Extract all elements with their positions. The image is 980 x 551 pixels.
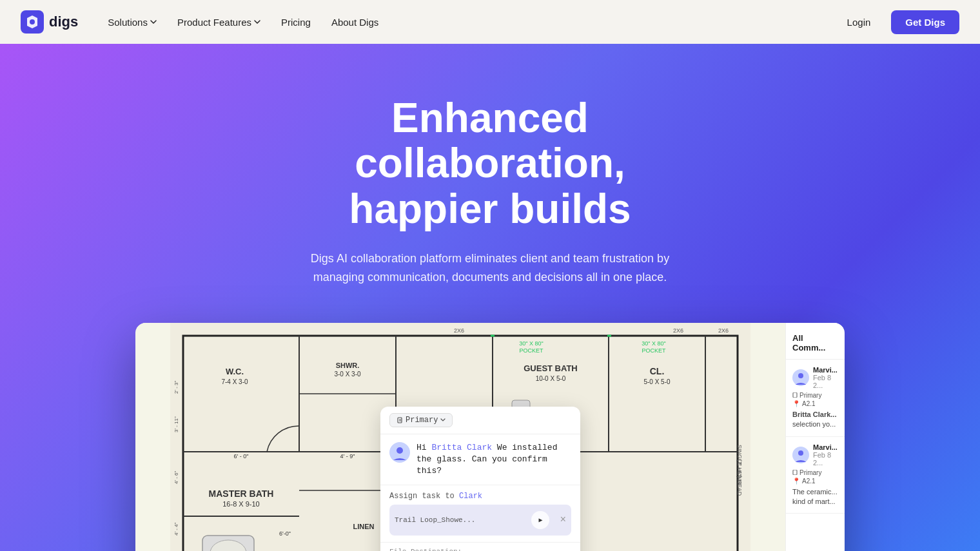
- comments-panel: All Comm... Marvi... Feb 8 2...: [785, 323, 845, 551]
- svg-text:30" X 80": 30" X 80": [642, 340, 665, 347]
- avatar-marvin: [389, 442, 410, 463]
- svg-text:POCKET: POCKET: [642, 347, 666, 354]
- comment-item: Marvi... Feb 8 2... Primary 📍 A2.1: [786, 360, 845, 437]
- logo-text: digs: [49, 14, 78, 30]
- comment-avatar-row: Marvi... Feb 8 2...: [792, 366, 838, 389]
- comment-text: Britta Clark... selection yo...: [792, 410, 838, 430]
- chat-overlay: Primary Hi: [380, 407, 580, 551]
- avatar: [792, 369, 809, 386]
- document-icon: [792, 470, 798, 475]
- hero-preview: 30" X 80" POCKET 30" X 80" POCKET W.C. 7…: [135, 323, 845, 551]
- nav-right: Login Get Digs: [837, 10, 959, 34]
- hero-subtitle: Digs AI collaboration platform eliminate…: [284, 249, 696, 287]
- comment-tag-primary: Primary: [792, 469, 838, 476]
- chat-task-label: Assign task to Clark: [389, 492, 571, 501]
- document-icon: [792, 392, 798, 398]
- svg-text:POCKET: POCKET: [519, 347, 544, 354]
- comment-avatar-row: Marvi... Feb 8 2...: [792, 443, 838, 467]
- svg-rect-61: [793, 392, 797, 398]
- video-thumbnail: Trail Loop_Showe... ▶ ×: [389, 505, 571, 536]
- user-avatar-icon: [792, 369, 809, 386]
- comment-tag-row: Primary 📍 A2.1: [792, 469, 838, 485]
- svg-text:4' - 6": 4' - 6": [173, 470, 179, 484]
- svg-text:16-8 X 9-10: 16-8 X 9-10: [222, 500, 259, 508]
- svg-rect-64: [793, 470, 797, 475]
- svg-text:5-0 X 5-0: 5-0 X 5-0: [643, 378, 671, 385]
- chevron-down-icon: [440, 418, 446, 421]
- nav-solutions[interactable]: Solutions: [99, 12, 166, 33]
- chat-header: Primary: [380, 407, 580, 434]
- svg-point-60: [798, 373, 803, 378]
- svg-text:SHWR.: SHWR.: [336, 362, 360, 369]
- comment-tag-primary: Primary: [792, 392, 838, 399]
- comment-tag-row: Primary 📍 A2.1: [792, 392, 838, 407]
- svg-rect-54: [398, 418, 402, 423]
- svg-text:6'-0": 6'-0": [279, 530, 291, 537]
- nav-product-features[interactable]: Product Features: [168, 12, 270, 33]
- svg-point-63: [798, 450, 803, 456]
- svg-text:MASTER BATH: MASTER BATH: [209, 488, 274, 499]
- navbar: digs Solutions Product Features Pricing …: [0, 0, 980, 44]
- nav-about[interactable]: About Digs: [322, 12, 387, 33]
- svg-text:3-0 X 3-0: 3-0 X 3-0: [334, 371, 361, 378]
- chat-file: File Destination: Bathroom Selections Ch…: [380, 543, 580, 551]
- document-icon: [397, 417, 403, 423]
- user-avatar-icon: [389, 442, 410, 463]
- svg-text:(7' - 6") HEAD: (7' - 6") HEAD: [736, 459, 743, 496]
- svg-text:GUEST BATH: GUEST BATH: [524, 363, 578, 373]
- comment-item: Marvi... Feb 8 2... Primary 📍 A2.1: [786, 437, 845, 514]
- digs-logo-icon: [21, 10, 44, 34]
- close-button[interactable]: ×: [554, 514, 571, 526]
- svg-text:10-0 X 5-0: 10-0 X 5-0: [536, 375, 566, 382]
- play-button[interactable]: ▶: [531, 511, 549, 529]
- svg-text:3' - 11": 3' - 11": [173, 416, 179, 432]
- svg-text:LINEN: LINEN: [353, 523, 375, 530]
- svg-text:30" X 80": 30" X 80": [519, 340, 543, 347]
- comment-tag-a2: 📍 A2.1: [792, 400, 838, 407]
- chat-text: Hi Britta Clark We installed the glass. …: [416, 442, 571, 478]
- comment-name-date: Marvi... Feb 8 2...: [813, 366, 838, 389]
- svg-text:2' - 3": 2' - 3": [173, 380, 179, 394]
- nav-links: Solutions Product Features Pricing About…: [99, 12, 836, 33]
- hero-section: Enhanced collaboration, happier builds D…: [0, 44, 980, 551]
- chat-tag-primary: Primary: [389, 413, 453, 427]
- svg-text:4' - 9": 4' - 9": [340, 453, 355, 459]
- svg-text:W.C.: W.C.: [226, 367, 244, 376]
- comment-name-date: Marvi... Feb 8 2...: [813, 443, 838, 467]
- svg-point-58: [397, 447, 403, 454]
- comment-text: The ceramic... kind of mart...: [792, 487, 838, 507]
- logo-link[interactable]: digs: [21, 10, 78, 34]
- login-button[interactable]: Login: [837, 12, 881, 33]
- get-digs-button[interactable]: Get Digs: [891, 10, 959, 34]
- avatar: [792, 447, 809, 463]
- svg-text:CL.: CL.: [650, 366, 665, 376]
- svg-text:2X6: 2X6: [454, 327, 464, 334]
- svg-text:4' - 4": 4' - 4": [173, 522, 179, 536]
- comment-tag-a2: 📍 A2.1: [792, 478, 838, 485]
- floor-plan: 30" X 80" POCKET 30" X 80" POCKET W.C. 7…: [135, 323, 785, 551]
- svg-text:2X6: 2X6: [673, 327, 683, 334]
- hero-title: Enhanced collaboration, happier builds: [264, 95, 716, 231]
- chat-message: Hi Britta Clark We installed the glass. …: [380, 434, 580, 486]
- chevron-down-icon: [150, 20, 157, 24]
- comments-header: All Comm...: [786, 329, 845, 360]
- svg-text:2X6: 2X6: [718, 327, 729, 334]
- user-avatar-icon: [792, 447, 809, 463]
- svg-text:7-4 X 3-0: 7-4 X 3-0: [221, 378, 248, 385]
- chevron-down-icon: [254, 20, 260, 24]
- nav-pricing[interactable]: Pricing: [272, 12, 320, 33]
- svg-point-1: [30, 19, 35, 24]
- chat-task: Assign task to Clark Trail Loop_Showe...…: [380, 485, 580, 543]
- svg-text:6' - 0": 6' - 0": [234, 453, 249, 459]
